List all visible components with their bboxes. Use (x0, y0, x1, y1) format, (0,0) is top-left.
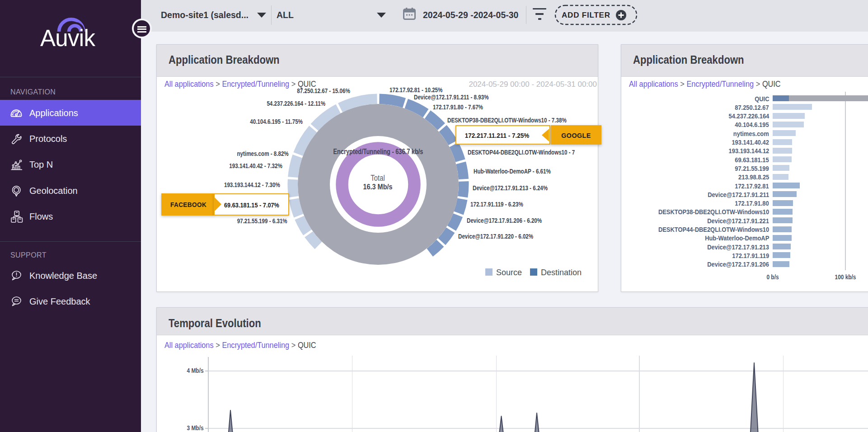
svg-text:Auvik: Auvik (40, 25, 96, 47)
